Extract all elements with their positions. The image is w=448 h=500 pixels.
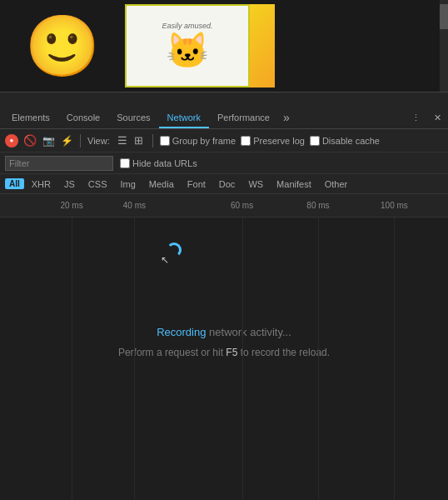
grid-line-1 [72,218,72,500]
preserve-log-label: Preserve log [253,136,305,146]
recording-suffix: network activity... [206,326,291,338]
recording-messages: Recording network activity... Perform a … [118,218,330,500]
pusheen-cat: 🐱 [166,30,209,71]
time-marker-60ms: 60 ms [231,201,253,210]
view-label: View: [87,136,110,146]
record-button[interactable]: ● [5,134,18,148]
clear-button[interactable]: 🚫 [23,134,37,148]
disable-cache-label: Disable cache [322,136,380,146]
time-marker-80ms: 80 ms [306,201,329,210]
pusheen-image: Easily amused. 🐱 [125,4,250,88]
time-marker-100ms: 100 ms [381,201,408,210]
time-marker-40ms: 40 ms [123,201,146,210]
time-marker-20ms: 20 ms [60,201,82,210]
type-filter-doc[interactable]: Doc [213,178,241,191]
type-filter-bar: All XHR JS CSS Img Media Font Doc WS Man… [0,174,448,194]
tab-elements[interactable]: Elements [3,108,58,128]
type-filter-img[interactable]: Img [114,178,141,191]
filter-toggle-button[interactable]: ⚡ [60,134,73,148]
type-filter-manifest[interactable]: Manifest [271,178,317,191]
tab-overflow[interactable]: » [278,107,295,128]
preserve-log-option: Preserve log [241,136,305,146]
timeline-header: 20 ms 40 ms 60 ms 80 ms 100 ms [0,194,448,218]
emoji-image: 🙂 [0,4,125,88]
network-toolbar: ● 🚫 📷 ⚡ View: ☰ ⊞ Group by frame Preserv… [0,129,448,152]
group-by-frame-checkbox[interactable] [160,136,170,146]
hint-text: Perform a request or hit F5 to record th… [118,347,330,358]
customize-button[interactable]: ⋮ [408,111,424,125]
type-filter-media[interactable]: Media [143,178,180,191]
view-toggle: ☰ ⊞ [115,134,146,147]
devtools-panel: Elements Console Sources Network Perform… [0,92,448,500]
type-filter-xhr[interactable]: XHR [26,178,57,191]
disable-cache-option: Disable cache [310,136,380,146]
scrollbar-thumb[interactable] [440,4,448,29]
tab-actions: ⋮ ✕ [408,111,445,128]
devtools-tab-bar: Elements Console Sources Network Perform… [0,104,448,129]
grid-view-button[interactable]: ⊞ [132,134,146,147]
filter-input[interactable] [5,156,113,171]
disable-cache-checkbox[interactable] [310,136,320,146]
recording-text: Recording network activity... [157,326,291,338]
grid-line-5 [394,218,395,500]
list-view-button[interactable]: ☰ [115,134,130,147]
tab-sources[interactable]: Sources [108,108,158,128]
hide-data-urls-label: Hide data URLs [132,158,197,168]
type-filter-font[interactable]: Font [182,178,212,191]
browser-content-area: 🙂 Easily amused. 🐱 [0,0,448,92]
group-by-frame-label: Group by frame [172,136,236,146]
type-filter-other[interactable]: Other [319,178,354,191]
type-filter-ws[interactable]: WS [242,178,269,191]
hint-prefix: Perform a request or hit [118,347,226,358]
tab-performance[interactable]: Performance [209,108,278,128]
group-by-frame-option: Group by frame [160,136,236,146]
hint-key: F5 [226,347,237,358]
devtools-top-strip [0,92,448,104]
network-content: ↖ Recording network activity... Perform … [0,218,448,500]
hide-data-urls-checkbox[interactable] [120,158,130,168]
timeline-track: 20 ms 40 ms 60 ms 80 ms 100 ms [0,194,448,217]
screenshot-button[interactable]: 📷 [42,134,55,148]
recording-highlight: Recording [157,326,206,338]
tab-console[interactable]: Console [58,108,108,128]
type-filter-css[interactable]: CSS [82,178,113,191]
pusheen-caption: Easily amused. [162,22,212,30]
hint-suffix: to record the reload. [237,347,330,358]
filter-row: Hide data URLs [0,152,448,174]
page-scrollbar[interactable] [440,0,448,92]
tab-network[interactable]: Network [159,108,209,128]
partial-image [250,4,275,88]
toolbar-separator-1 [80,134,81,148]
type-filter-js[interactable]: JS [58,178,81,191]
hide-data-urls-option: Hide data URLs [120,158,197,168]
type-filter-all[interactable]: All [5,178,24,189]
close-devtools-button[interactable]: ✕ [431,111,445,125]
cursor-indicator: ↖ [161,254,169,266]
preserve-log-checkbox[interactable] [241,136,251,146]
toolbar-separator-2 [152,134,153,148]
